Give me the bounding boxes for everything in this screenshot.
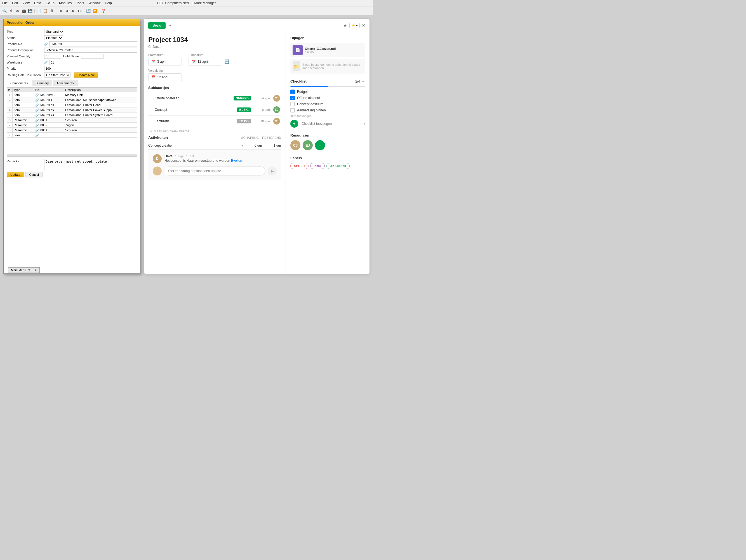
menu-goto[interactable]: Go To xyxy=(46,1,55,5)
product-desc-input[interactable] xyxy=(44,48,137,53)
close-button[interactable]: × xyxy=(362,23,365,29)
row-num: 9 xyxy=(7,133,12,138)
upload-area[interactable]: 📁 Sleep bestanden om te uploaden of blad… xyxy=(290,59,365,74)
label-prio[interactable]: PRIO xyxy=(310,163,325,169)
save-icon[interactable]: 💾 xyxy=(27,8,33,14)
star-icon[interactable]: ★ xyxy=(343,23,347,28)
search-icon[interactable]: 🔍 xyxy=(2,8,7,14)
horizontal-scrollbar[interactable] xyxy=(7,154,137,157)
refresh-icon[interactable]: 🔄 xyxy=(86,8,91,14)
update-now-button[interactable]: Update Now xyxy=(74,72,98,78)
routing-select[interactable]: On Start Date xyxy=(44,73,70,78)
vervaldatum-field: Vervaldatum 📅 12 april xyxy=(148,69,182,81)
checklist-bar-fill xyxy=(290,86,328,87)
menu-tools[interactable]: Tools xyxy=(76,1,84,5)
activity-dropdown-icon[interactable]: ▾ xyxy=(242,144,243,147)
startdatum-value: 3 april xyxy=(157,60,166,63)
subcard-item[interactable]: ⠿ Facturatie TO DO 10 april CJ xyxy=(148,116,281,127)
label-spoed[interactable]: SPOED xyxy=(290,163,309,169)
menu-modules[interactable]: Modules xyxy=(59,1,71,5)
checkbox-checked-icon[interactable]: ✓ xyxy=(290,89,295,94)
copy-icon[interactable]: 📋 xyxy=(42,8,48,14)
refresh-dates-icon[interactable]: 🔄 xyxy=(224,59,229,64)
table-row: 2 Item 🔗LM4029D LeMon 4029 500 sheet pap… xyxy=(7,97,137,103)
type-row: Type Standard xyxy=(7,29,137,34)
checklist-dropdown-icon[interactable]: ▾ xyxy=(364,122,365,125)
comment-input[interactable] xyxy=(164,167,265,175)
startdatum-value-box[interactable]: 📅 3 april xyxy=(148,58,182,65)
print-icon[interactable]: 🖨 xyxy=(8,8,14,14)
warehouse-label: Warehouse xyxy=(7,61,43,64)
subcard-name: Concept xyxy=(155,108,234,112)
menu-help[interactable]: Help xyxy=(105,1,112,5)
components-table: # Type No. Description 1 Item 🔗LM4029MC … xyxy=(7,87,137,138)
row-no: 🔗L0001 xyxy=(34,117,64,122)
add-resource-button[interactable]: + xyxy=(315,140,325,150)
menu-view[interactable]: View xyxy=(22,1,30,5)
checklist-progress: 2/4 → xyxy=(355,80,365,83)
subcard-avatar: CJ xyxy=(273,95,280,102)
row-desc xyxy=(64,133,137,138)
comment-link[interactable]: Evelien xyxy=(231,159,242,163)
subcard-item[interactable]: ⠿ Offerte opstellen GEREED 4 april CJ xyxy=(148,93,281,104)
checkbox-unchecked[interactable] xyxy=(290,102,295,106)
tab-attachments[interactable]: Attachments xyxy=(53,80,77,86)
fax-icon[interactable]: 📠 xyxy=(21,8,27,14)
comment-avatar: D xyxy=(153,154,162,163)
new-card-label: Maak een nieuw kaartje xyxy=(154,129,190,133)
arrow-first-icon[interactable]: ⏮ xyxy=(58,8,63,14)
menu-edit[interactable]: Edit xyxy=(12,1,18,5)
new-icon[interactable]: 📄 xyxy=(36,8,42,14)
send-comment-button[interactable]: ▶ xyxy=(268,167,277,175)
priority-input[interactable] xyxy=(44,66,61,71)
warehouse-row: Warehouse 🔗 xyxy=(7,60,137,65)
help-icon[interactable]: ❓ xyxy=(101,8,106,14)
type-select[interactable]: Standard xyxy=(44,29,64,34)
row-no: 🔗LM4029SB xyxy=(34,112,64,117)
tab-components[interactable]: Components xyxy=(7,80,31,86)
subcard-date: 4 april xyxy=(254,96,270,100)
status-select[interactable]: Planned xyxy=(44,35,63,40)
col-type: Type xyxy=(12,88,34,92)
delete-icon[interactable]: 🗑 xyxy=(49,8,55,14)
warehouse-input[interactable] xyxy=(49,60,66,65)
product-no-input[interactable] xyxy=(49,41,137,47)
status-bezig-button[interactable]: Bezig xyxy=(148,22,166,29)
checkbox-checked-icon[interactable]: ✓ xyxy=(290,96,295,100)
product-no-label: Product No. xyxy=(7,42,43,46)
main-menu-close-icon[interactable]: × xyxy=(35,269,37,272)
arrow-next-icon[interactable]: ▶ xyxy=(70,8,76,14)
email-icon[interactable]: ✉ xyxy=(15,8,20,14)
remarks-textarea[interactable]: Deze order moet met spoed. update xyxy=(44,159,137,170)
arrow-last-icon[interactable]: ⏭ xyxy=(77,8,83,14)
vervaldatum-value-box[interactable]: 📅 12 april xyxy=(148,73,182,81)
menu-window[interactable]: Window xyxy=(88,1,101,5)
planned-qty-input[interactable] xyxy=(44,54,61,59)
menu-file[interactable]: File xyxy=(2,1,7,5)
add-checklist-button[interactable]: + xyxy=(290,120,298,128)
main-menu-minimize-icon[interactable]: − xyxy=(32,269,33,272)
bijlagen-title: Bijlagen xyxy=(290,36,365,40)
col-num: # xyxy=(7,88,12,92)
update-button[interactable]: Update xyxy=(7,172,24,177)
arrow-prev-icon[interactable]: ◀ xyxy=(64,8,70,14)
checkbox-unchecked[interactable] xyxy=(290,108,295,112)
row-num: 6 xyxy=(7,117,12,122)
cancel-button[interactable]: Cancel xyxy=(25,172,42,177)
new-card-link[interactable]: ↳ Maak een nieuw kaartje xyxy=(148,127,281,136)
label-akkoord[interactable]: AKKOORD xyxy=(326,163,350,169)
tab-summary[interactable]: Summary xyxy=(32,80,52,86)
filter-icon[interactable]: 🔽 xyxy=(92,8,97,14)
table-row: 7 Resource 🔗L0002 Zagen xyxy=(7,122,137,128)
row-type: Resource xyxy=(12,128,34,133)
einddatum-field: Einddatum 📅 12 april 🔄 xyxy=(189,53,229,65)
add-item-link[interactable]: Item toevoegen xyxy=(290,114,365,117)
main-menu-restore-icon[interactable]: ⊡ xyxy=(28,269,30,272)
checklist-input[interactable] xyxy=(300,121,362,127)
subcard-item[interactable]: ⠿ Concept BEZIG 8 april EJ xyxy=(148,104,281,116)
einddatum-value-box[interactable]: 📅 12 april xyxy=(189,58,222,65)
lightning-button[interactable]: ⚡ ▾ xyxy=(349,23,360,28)
menu-data[interactable]: Data xyxy=(34,1,41,5)
uom-input[interactable] xyxy=(81,54,104,59)
toolbar-sep-1 xyxy=(34,9,35,13)
